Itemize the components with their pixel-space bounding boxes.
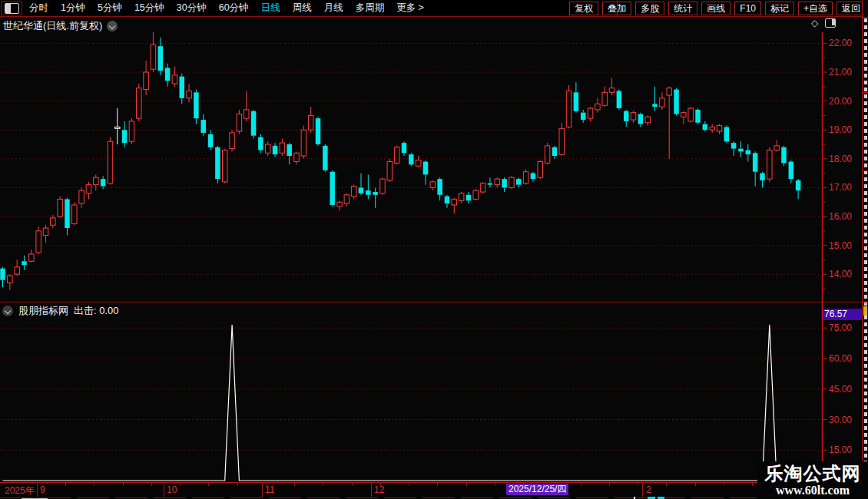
chart-canvas	[0, 0, 868, 499]
candle-body	[774, 146, 780, 150]
period-tab[interactable]: 月线	[324, 2, 343, 15]
candle-body	[129, 121, 134, 141]
candle-body	[767, 150, 773, 180]
candle-body	[51, 218, 56, 225]
candle-body	[660, 98, 665, 107]
candle-body	[144, 72, 149, 90]
week-tick	[752, 483, 753, 486]
candle-body	[452, 199, 457, 205]
strip-divider	[863, 246, 868, 246]
week-tick	[65, 483, 66, 486]
candle-body	[265, 144, 270, 153]
toolbar-button[interactable]: 画线	[701, 2, 731, 15]
candle-body	[72, 205, 78, 223]
candle-body	[294, 153, 300, 161]
candle-body	[137, 88, 142, 118]
period-tab[interactable]: 分时	[29, 2, 48, 15]
candle-body	[559, 128, 565, 154]
price-label: 19.00	[829, 124, 861, 135]
candle-body	[717, 126, 722, 132]
toolbar-button[interactable]: +自选	[798, 2, 833, 15]
indicator-axis-label: 30.00	[829, 415, 861, 425]
week-tick	[180, 483, 181, 486]
period-tab[interactable]: 多周期	[356, 2, 385, 15]
expand-panel-icon[interactable]	[825, 18, 836, 28]
period-tab[interactable]: 周线	[293, 2, 312, 15]
candle-body	[165, 68, 171, 81]
week-tick	[323, 483, 323, 486]
month-label: 12	[374, 484, 384, 495]
candle-body	[94, 177, 99, 184]
candle-body	[15, 267, 20, 274]
candle-body	[172, 75, 177, 84]
price-label: 21.00	[829, 67, 861, 78]
candle-body	[688, 108, 694, 121]
trading-app-window: 分时1分钟5分钟15分钟30分钟60分钟日线周线月线多周期更多 > 复权叠加多股…	[0, 0, 868, 499]
selected-date-badge: 2025/12/25/四	[506, 484, 568, 495]
week-tick	[237, 483, 238, 486]
year-label: 2025年	[5, 484, 35, 497]
week-tick	[695, 483, 696, 486]
candle-body	[0, 269, 5, 280]
chart-title: 世纪华通(日线.前复权)	[3, 19, 102, 33]
candle-body	[731, 143, 737, 149]
period-tab[interactable]: 日线	[261, 2, 280, 15]
month-label: 9	[40, 484, 45, 495]
week-tick	[495, 483, 495, 486]
period-tab[interactable]: 60分钟	[219, 2, 249, 15]
corner-icons: ◇	[811, 18, 836, 28]
toolbar-button[interactable]: 标记	[765, 2, 794, 15]
candle-body	[473, 190, 479, 199]
week-tick	[638, 483, 638, 486]
candle-body	[581, 113, 586, 120]
candle-body	[445, 197, 450, 203]
candle-body	[308, 115, 313, 130]
toolbar-button[interactable]: 统计	[668, 2, 697, 15]
diamond-icon[interactable]: ◇	[811, 18, 818, 28]
candle-body	[609, 88, 615, 93]
month-label: 2	[646, 484, 651, 495]
candle-body	[645, 117, 651, 123]
candle-body	[323, 146, 328, 170]
candle-body	[466, 195, 472, 201]
toolbar-button[interactable]: F10	[734, 2, 761, 15]
week-tick	[609, 483, 610, 486]
toolbar-buttons: 复权叠加多股统计画线F10标记+自选返回	[569, 2, 866, 15]
candle-body	[108, 141, 113, 183]
month-separator	[642, 483, 643, 497]
candle-body	[574, 92, 579, 111]
week-tick	[208, 483, 209, 486]
candle-body	[681, 113, 687, 117]
candle-body	[617, 91, 622, 108]
price-label: 18.00	[829, 154, 861, 164]
period-tab[interactable]: 更多 >	[396, 2, 424, 15]
week-tick	[581, 483, 581, 486]
candle-body	[738, 149, 744, 152]
candle-body	[151, 45, 156, 69]
indicator-value: 出击: 0.00	[74, 304, 119, 318]
panel-toggle-icon	[5, 3, 19, 14]
period-tab[interactable]: 1分钟	[61, 2, 85, 15]
toolbar-button[interactable]: 叠加	[602, 2, 631, 15]
candle-body	[101, 179, 106, 186]
period-tab[interactable]: 30分钟	[177, 2, 207, 15]
candle-body	[495, 179, 500, 185]
toolbar-button[interactable]: 多股	[635, 2, 664, 15]
chevron-down-icon[interactable]	[2, 306, 13, 316]
chevron-down-icon[interactable]	[107, 21, 118, 31]
candle-body	[373, 192, 378, 195]
candle-body	[509, 177, 515, 187]
yellow-text-fragment	[863, 306, 867, 316]
chart-title-row: 世纪华通(日线.前复权)	[3, 19, 118, 33]
week-tick	[666, 483, 667, 486]
strip-divider	[863, 92, 868, 93]
window-layout-button[interactable]	[1, 1, 22, 15]
period-tab[interactable]: 5分钟	[98, 2, 122, 15]
period-tab[interactable]: 15分钟	[134, 2, 164, 15]
price-label: 17.00	[829, 182, 861, 193]
candle-body	[746, 150, 751, 155]
candle-body	[366, 190, 371, 195]
candle-body	[244, 110, 249, 118]
candle-body	[280, 143, 285, 153]
toolbar-button[interactable]: 复权	[569, 2, 598, 15]
